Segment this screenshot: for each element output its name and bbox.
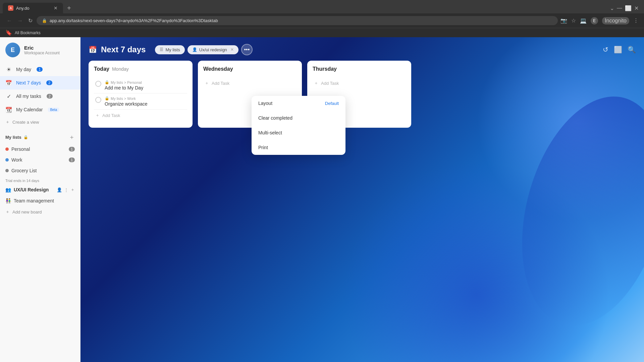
- extensions-icon[interactable]: ⋮: [633, 17, 639, 24]
- col-day-wednesday: Wednesday: [203, 66, 233, 72]
- add-task-plus-icon: ＋: [95, 112, 100, 118]
- refresh-icon[interactable]: ↺: [603, 46, 608, 54]
- reload-button[interactable]: ↻: [27, 16, 34, 25]
- my-lists-section-header: My lists 🔒 ＋: [0, 128, 80, 144]
- list-item-work[interactable]: Work 1: [0, 155, 80, 165]
- my-lists-tab-icon: ☰: [160, 47, 163, 52]
- ux-ui-tab-label: Ux/ui redesign: [199, 47, 227, 52]
- close-tab-button[interactable]: ✕: [54, 5, 58, 11]
- add-task-plus-icon-wed: ＋: [205, 80, 209, 86]
- window-close-button[interactable]: ✕: [634, 5, 639, 11]
- check-icon: ✓: [5, 93, 12, 100]
- add-task-wednesday[interactable]: ＋ Add Task: [203, 77, 297, 89]
- search-icon[interactable]: 🔍: [628, 46, 636, 54]
- dropdown-item-layout[interactable]: Layout Default: [252, 96, 345, 111]
- add-board-button[interactable]: ＋ Add new board: [0, 206, 80, 218]
- sidebar: E Eric Workspace Account ☀ My day 1 📅 Ne…: [0, 37, 80, 362]
- list-item-grocery[interactable]: Grocery List: [0, 165, 80, 176]
- task-meta-2: 🔒 My lists > Work: [105, 96, 186, 101]
- window-maximize-button[interactable]: ⬜: [625, 5, 632, 11]
- new-tab-button[interactable]: +: [64, 3, 74, 13]
- nav-label-my-calendar: My Calendar: [16, 107, 43, 112]
- workspace-add-icon[interactable]: ＋: [70, 187, 75, 193]
- work-dot: [5, 158, 9, 162]
- nav-label-my-day: My day: [16, 67, 31, 72]
- more-options-button[interactable]: •••: [241, 44, 253, 55]
- sidebar-item-all-tasks[interactable]: ✓ All my tasks 2: [0, 89, 80, 103]
- all-bookmarks-link[interactable]: All Bookmarks: [15, 31, 41, 35]
- task-breadcrumb-1: My lists > Personal: [111, 80, 142, 84]
- sun-icon: ☀: [5, 66, 12, 73]
- url-bar[interactable]: 🔒 app.any.do/tasks/next-seven-days?d=any…: [37, 16, 558, 25]
- dropdown-item-print[interactable]: Print: [252, 140, 345, 155]
- more-dots-icon[interactable]: ⋮: [64, 187, 68, 192]
- active-tab[interactable]: A Any.do ✕: [3, 3, 63, 13]
- content-header: 📅 Next 7 days ☰ My lists 👤 Ux/ui redesig…: [80, 37, 644, 61]
- bookmark-star-icon[interactable]: ☆: [571, 17, 576, 24]
- url-text: app.any.do/tasks/next-seven-days?d=anydo…: [50, 18, 218, 23]
- incognito-badge: Incognito: [602, 17, 629, 24]
- lock-sm-icon: 🔒: [105, 80, 109, 84]
- col-header-wednesday: Wednesday: [203, 66, 297, 72]
- dropdown-item-multi-select[interactable]: Multi-select: [252, 125, 345, 140]
- add-task-label-wed: Add Task: [212, 81, 229, 86]
- profile-icon[interactable]: E: [591, 17, 598, 24]
- app-container: E Eric Workspace Account ☀ My day 1 📅 Ne…: [0, 37, 644, 362]
- add-task-thursday[interactable]: ＋ Add Task: [313, 77, 406, 89]
- layout-icon[interactable]: ⬜: [614, 46, 622, 54]
- add-task-today[interactable]: ＋ Add Task: [94, 110, 187, 121]
- my-lists-tab-label: My lists: [165, 47, 180, 52]
- all-tasks-badge: 2: [47, 94, 53, 99]
- back-button[interactable]: ←: [5, 16, 13, 25]
- task-breadcrumb-2: My lists > Work: [111, 97, 136, 101]
- add-task-label: Add Task: [102, 113, 120, 118]
- ux-ui-tab-close[interactable]: ✕: [230, 47, 234, 52]
- workspace-icons: 👤 ⋮ ＋: [57, 187, 75, 193]
- task-content-1: 🔒 My lists > Personal Add me to My Day: [105, 80, 186, 90]
- col-day-thursday: Thursday: [313, 66, 337, 72]
- user-subtitle: Workspace Account: [24, 51, 60, 55]
- window-minimize-button[interactable]: —: [617, 5, 622, 11]
- filter-tab-my-lists[interactable]: ☰ My lists: [155, 45, 184, 54]
- clear-completed-label: Clear completed: [258, 115, 292, 121]
- task-content-2: 🔒 My lists > Work Organize workspace: [105, 96, 186, 107]
- grocery-label: Grocery List: [11, 168, 37, 173]
- dropdown-item-clear-completed[interactable]: Clear completed: [252, 111, 345, 125]
- add-board-label: Add new board: [12, 209, 42, 215]
- sidebar-item-my-day[interactable]: ☀ My day 1: [0, 63, 80, 76]
- task-checkbox-2[interactable]: [95, 97, 101, 103]
- col-header-today: Today Monday: [94, 66, 187, 72]
- col-date-today: Monday: [112, 66, 129, 72]
- team-mgmt-label: Team management: [14, 198, 54, 203]
- add-list-button[interactable]: ＋: [69, 133, 75, 141]
- task-name-2[interactable]: Organize workspace: [105, 101, 186, 107]
- task-meta-1: 🔒 My lists > Personal: [105, 80, 186, 84]
- forward-button[interactable]: →: [16, 16, 24, 25]
- next-7-days-badge: 2: [46, 80, 52, 85]
- task-name-1[interactable]: Add me to My Day: [105, 85, 186, 90]
- layout-label: Layout: [258, 101, 272, 106]
- task-item-add-me: 🔒 My lists > Personal Add me to My Day: [94, 77, 187, 94]
- filter-tab-ux-ui[interactable]: 👤 Ux/ui redesign ✕: [187, 45, 238, 54]
- device-icon[interactable]: 💻: [580, 17, 587, 24]
- page-title: Next 7 days: [101, 45, 146, 54]
- user-section: E Eric Workspace Account: [0, 43, 80, 63]
- work-badge: 1: [69, 158, 75, 162]
- col-header-thursday: Thursday: [313, 66, 406, 72]
- create-view-button[interactable]: ＋ Create a view: [0, 116, 80, 128]
- team-mgmt-icon: 👫: [5, 198, 11, 203]
- task-checkbox-1[interactable]: [95, 81, 101, 87]
- sidebar-item-next-7-days[interactable]: 📅 Next 7 days 2: [0, 76, 80, 89]
- add-task-plus-icon-thu: ＋: [314, 80, 318, 86]
- workspace-name: 👥 UX/UI Redesign: [5, 187, 49, 192]
- tab-minimize-icon[interactable]: ⌄: [610, 5, 614, 11]
- my-day-badge: 1: [37, 67, 43, 72]
- list-item-personal[interactable]: Personal 1: [0, 144, 80, 155]
- calendar-icon: 📅: [5, 79, 12, 86]
- workspace-header: 👥 UX/UI Redesign 👤 ⋮ ＋: [0, 185, 80, 195]
- plus-icon: ＋: [5, 119, 10, 125]
- team-management-item[interactable]: 👫 Team management: [0, 195, 80, 206]
- people-icon: 👤: [57, 187, 62, 192]
- sidebar-item-my-calendar[interactable]: 📆 My Calendar Beta: [0, 103, 80, 116]
- personal-dot: [5, 147, 9, 151]
